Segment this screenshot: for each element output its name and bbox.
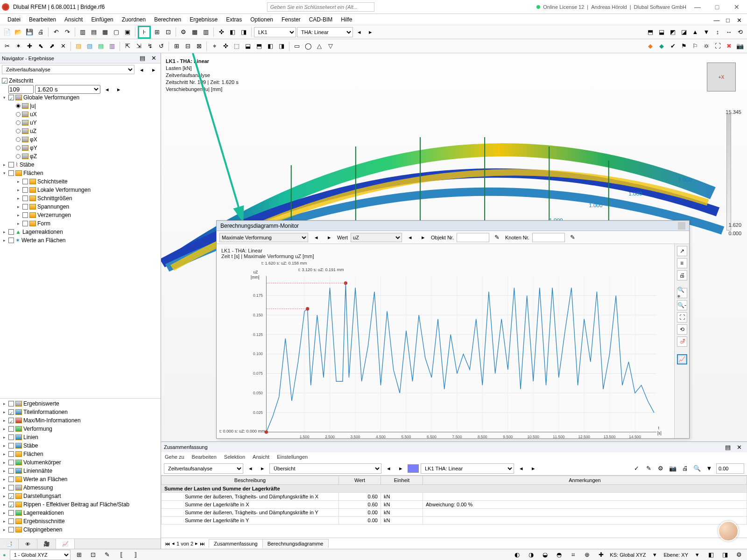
display-checkbox[interactable] xyxy=(8,451,14,457)
display-checkbox[interactable] xyxy=(8,527,14,532)
chart-tool-button[interactable]: ≡ xyxy=(677,258,687,268)
sidebar-tab-data[interactable]: 📑 xyxy=(0,539,19,549)
tb2-button[interactable]: 📷 xyxy=(735,41,745,51)
calc-button[interactable]: ⚙ xyxy=(178,27,189,37)
summary-menu-item[interactable]: Bearbeiten xyxy=(192,454,217,460)
summary-lc-select[interactable]: LK1 THA: Linear xyxy=(421,463,514,474)
summary-menu-item[interactable]: Selektion xyxy=(224,454,245,460)
summary-filter-input[interactable] xyxy=(716,463,744,474)
status-cs-select[interactable]: 1 - Global XYZ xyxy=(10,550,70,560)
tb-generic-button[interactable]: ↔ xyxy=(724,27,734,37)
timestep-prev-button[interactable]: ◂ xyxy=(102,84,112,94)
tree-expand-icon[interactable]: ▸ xyxy=(2,527,7,532)
menu-bearbeiten[interactable]: Bearbeiten xyxy=(25,15,60,24)
save-button[interactable]: 💾 xyxy=(24,27,35,37)
summary-tb-button[interactable]: 📷 xyxy=(668,463,678,474)
monitor-value-next-button[interactable]: ▸ xyxy=(418,232,428,243)
tb-generic-button[interactable]: ⊡ xyxy=(163,27,173,37)
surfaces-checkbox[interactable] xyxy=(8,170,14,176)
u-radio[interactable] xyxy=(16,104,21,108)
display-checkbox[interactable] xyxy=(8,476,14,482)
status-button[interactable]: ⊡ xyxy=(88,550,99,560)
values-checkbox[interactable] xyxy=(8,238,14,243)
display-checkbox[interactable] xyxy=(8,418,14,423)
undo-button[interactable]: ↶ xyxy=(51,27,61,37)
menu-cad-bim[interactable]: CAD-BIM xyxy=(305,15,337,24)
summary-view-next-button[interactable]: ▸ xyxy=(395,463,406,474)
status-button[interactable]: ▾ xyxy=(692,550,702,560)
display-checkbox[interactable] xyxy=(8,426,14,432)
tree-expand-icon[interactable]: ▸ xyxy=(16,196,21,201)
summary-tab-summary[interactable]: Zusammenfassung xyxy=(209,539,263,548)
tb-generic-button[interactable]: ⟲ xyxy=(735,27,745,37)
tb2-button[interactable]: △ xyxy=(314,41,324,51)
members-checkbox[interactable] xyxy=(8,162,14,168)
view-center-button[interactable]: ▤ xyxy=(89,27,99,37)
display-checkbox[interactable] xyxy=(8,502,14,507)
summary-close-button[interactable]: ✕ xyxy=(734,442,744,452)
tree-expand-icon[interactable]: ▸ xyxy=(16,213,21,218)
redo-button[interactable]: ↷ xyxy=(62,27,72,37)
chart-tool-button[interactable]: ⟲ xyxy=(677,324,687,335)
tree-checkbox[interactable] xyxy=(22,204,28,210)
display-checkbox[interactable] xyxy=(8,443,14,448)
summary-tb-button[interactable]: 🔍 xyxy=(692,463,702,474)
tb-generic-button[interactable]: ⬓ xyxy=(656,27,667,37)
status-button[interactable]: ⟧ xyxy=(130,550,141,560)
menu-extras[interactable]: Extras xyxy=(222,15,246,24)
monitor-node-input[interactable] xyxy=(532,233,565,242)
tb-generic-button[interactable]: ✜ xyxy=(216,27,226,37)
tb2-button[interactable]: ▽ xyxy=(325,41,336,51)
window-maximize-button[interactable]: □ xyxy=(709,1,726,13)
analysis-next-button[interactable]: ▸ xyxy=(148,64,159,75)
summary-tb-button[interactable]: ✎ xyxy=(643,463,654,474)
window-close-button[interactable]: ✕ xyxy=(728,1,745,13)
summary-view-prev-button[interactable]: ◂ xyxy=(383,463,394,474)
summary-tb-button[interactable]: 🖨 xyxy=(680,463,690,474)
menu-ansicht[interactable]: Ansicht xyxy=(61,15,86,24)
tb2-button[interactable]: ⇲ xyxy=(134,41,144,51)
status-button[interactable]: ⟦ xyxy=(116,550,127,560)
display-checkbox[interactable] xyxy=(8,485,14,490)
timestep-number-input[interactable] xyxy=(8,85,34,94)
tb2-button[interactable]: ▭ xyxy=(292,41,302,51)
tree-checkbox[interactable] xyxy=(22,221,28,226)
summary-tb-button[interactable]: ⚙ xyxy=(655,463,666,474)
summary-tb-button[interactable]: ▼ xyxy=(704,463,714,474)
status-button[interactable]: ✚ xyxy=(596,550,606,560)
table-last-button[interactable]: ⏭ xyxy=(200,541,205,546)
tree-expand-icon[interactable]: ▸ xyxy=(2,469,7,474)
status-button[interactable]: ✎ xyxy=(102,550,113,560)
monitor-prev-button[interactable]: ◂ xyxy=(311,232,321,243)
status-button[interactable]: ◑ xyxy=(526,550,536,560)
display-checkbox[interactable] xyxy=(8,518,14,524)
chart-zoom-in-button[interactable]: 🔍+ xyxy=(677,288,687,298)
new-file-button[interactable]: 📄 xyxy=(2,27,12,37)
mdi-minimize-button[interactable]: — xyxy=(712,15,722,25)
tb2-button[interactable]: ▧ xyxy=(85,41,95,51)
tb2-button[interactable]: ◧ xyxy=(265,41,275,51)
tb-generic-button[interactable]: ▦ xyxy=(190,27,200,37)
tree-expand-icon[interactable]: ▸ xyxy=(2,511,7,516)
tb2-button[interactable]: ⬚ xyxy=(232,41,242,51)
summary-pin-button[interactable]: ▤ xyxy=(723,442,733,452)
tree-checkbox[interactable] xyxy=(22,196,28,201)
table-row[interactable]: Summe der Lagerkräfte in X0.60kNAbweichu… xyxy=(162,501,747,509)
tb2-button[interactable]: ↯ xyxy=(145,41,155,51)
table-row[interactable]: Summe der äußeren, Trägheits- und Dämpfu… xyxy=(162,509,747,517)
tree-expand-icon[interactable]: ▸ xyxy=(2,460,7,465)
tree-expand-icon[interactable]: ▸ xyxy=(2,162,7,168)
tree-checkbox[interactable] xyxy=(22,212,28,218)
tb-generic-button[interactable]: ↕ xyxy=(712,27,723,37)
tb2-button[interactable]: ⊟ xyxy=(183,41,193,51)
tb-generic-button[interactable]: ▥ xyxy=(201,27,211,37)
tree-expand-icon[interactable]: ▸ xyxy=(2,410,7,415)
tree-expand-icon[interactable]: ▸ xyxy=(2,238,7,243)
summary-menu-item[interactable]: Ansicht xyxy=(253,454,269,460)
reactions-checkbox[interactable] xyxy=(8,229,14,235)
chart-zoom-fit-button[interactable]: ⛶ xyxy=(677,312,687,322)
tb2-button[interactable]: ⬒ xyxy=(254,41,264,51)
tb2-button[interactable]: ◆ xyxy=(656,41,667,51)
monitor-obj-pick-button[interactable]: ✎ xyxy=(492,232,502,243)
keyword-search-input[interactable] xyxy=(267,2,374,12)
